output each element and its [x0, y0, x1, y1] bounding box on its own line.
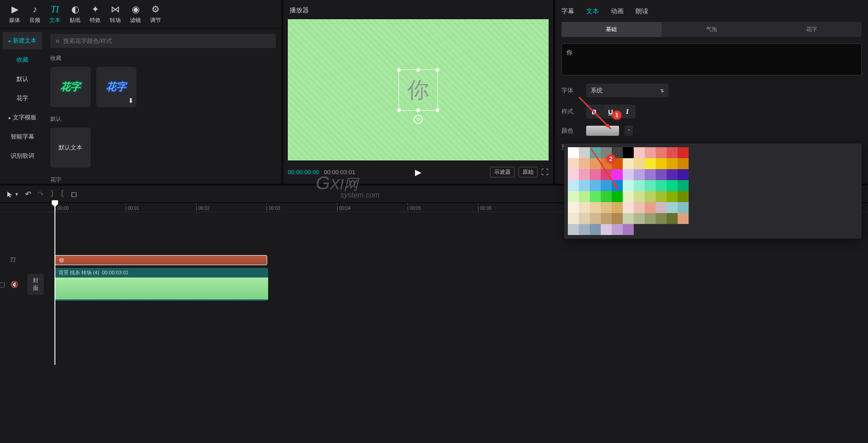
palette-color[interactable] — [645, 191, 656, 202]
tab-adjust[interactable]: ⚙调节 — [150, 4, 161, 24]
palette-color[interactable] — [623, 202, 634, 213]
palette-color[interactable] — [656, 147, 667, 158]
palette-color[interactable] — [590, 191, 601, 202]
palette-color[interactable] — [568, 191, 579, 202]
palette-color[interactable] — [568, 180, 579, 191]
palette-color[interactable] — [568, 147, 579, 158]
insp-tab-animation[interactable]: 动画 — [611, 7, 624, 16]
tab-media[interactable]: ▶媒体 — [9, 4, 20, 24]
palette-color[interactable] — [656, 191, 667, 202]
palette-color[interactable] — [634, 169, 645, 180]
resize-handle-tr[interactable] — [436, 68, 439, 72]
palette-color[interactable] — [579, 224, 590, 235]
palette-color[interactable] — [656, 180, 667, 191]
palette-color[interactable] — [568, 169, 579, 180]
rotate-handle[interactable]: ⟲ — [414, 115, 423, 124]
palette-color[interactable] — [601, 180, 612, 191]
undo-button[interactable]: ↶ — [25, 190, 31, 198]
palette-color[interactable] — [601, 202, 612, 213]
sidebar-item-smart-subtitle[interactable]: 智能字幕 — [3, 128, 42, 145]
palette-color[interactable] — [612, 213, 623, 224]
insp-tab-read[interactable]: 朗读 — [636, 7, 648, 16]
palette-color[interactable] — [623, 180, 634, 191]
palette-color[interactable] — [568, 202, 579, 213]
palette-color[interactable] — [579, 147, 590, 158]
text-input[interactable]: 你 — [561, 43, 862, 75]
tab-sticker[interactable]: ◐贴纸 — [70, 4, 81, 24]
palette-color[interactable] — [623, 147, 634, 158]
palette-color[interactable] — [678, 213, 689, 224]
sidebar-item-default[interactable]: 默认 — [3, 70, 42, 88]
play-button[interactable]: ▶ — [415, 167, 421, 177]
palette-color[interactable] — [601, 169, 612, 180]
italic-button[interactable]: I — [619, 105, 636, 118]
palette-color[interactable] — [656, 202, 667, 213]
palette-color[interactable] — [645, 158, 656, 169]
palette-color[interactable] — [579, 169, 590, 180]
palette-color[interactable] — [623, 191, 634, 202]
palette-color[interactable] — [623, 169, 634, 180]
tab-effects[interactable]: ✦特效 — [90, 4, 101, 24]
palette-color[interactable] — [656, 169, 667, 180]
split-button[interactable]: 〕〔 — [50, 189, 65, 199]
palette-color[interactable] — [579, 180, 590, 191]
sidebar-new-text[interactable]: ▸新建文本 — [3, 32, 42, 49]
thumb-default-text[interactable]: 默认文本 — [50, 128, 91, 168]
search-box[interactable]: ○ — [50, 34, 276, 48]
fullscreen-button[interactable]: ⛶ — [541, 168, 549, 176]
palette-color[interactable] — [634, 191, 645, 202]
palette-color[interactable] — [579, 213, 590, 224]
subtab-huazi[interactable]: 花字 — [761, 22, 862, 37]
oscilloscope-button[interactable]: 示波器 — [490, 167, 515, 177]
palette-color[interactable] — [612, 169, 623, 180]
textbox-selection[interactable]: 你 ⟲ — [399, 69, 438, 111]
palette-color[interactable] — [634, 213, 645, 224]
palette-color[interactable] — [590, 158, 601, 169]
palette-color[interactable] — [667, 213, 678, 224]
palette-color[interactable] — [612, 202, 623, 213]
palette-color[interactable] — [579, 202, 590, 213]
palette-color[interactable] — [667, 191, 678, 202]
subtab-basic[interactable]: 基础 — [561, 22, 662, 37]
palette-color[interactable] — [667, 147, 678, 158]
palette-color[interactable] — [678, 158, 689, 169]
palette-color[interactable] — [678, 180, 689, 191]
palette-color[interactable] — [678, 191, 689, 202]
thumb-huazi-1[interactable]: 花字 — [50, 67, 91, 107]
palette-color[interactable] — [601, 191, 612, 202]
palette-color[interactable] — [645, 169, 656, 180]
palette-color[interactable] — [667, 180, 678, 191]
palette-color[interactable] — [645, 180, 656, 191]
palette-color[interactable] — [678, 202, 689, 213]
palette-color[interactable] — [601, 224, 612, 235]
palette-color[interactable] — [645, 202, 656, 213]
sidebar-item-favorites[interactable]: 收藏 — [3, 51, 42, 69]
palette-color[interactable] — [590, 202, 601, 213]
palette-color[interactable] — [623, 158, 634, 169]
palette-color[interactable] — [667, 202, 678, 213]
color-swatch[interactable] — [586, 126, 619, 136]
preview-canvas[interactable]: 你 ⟲ — [288, 19, 549, 160]
tab-filter[interactable]: ◉滤镜 — [130, 4, 141, 24]
insp-tab-text[interactable]: 文本 — [586, 7, 599, 16]
palette-color[interactable] — [645, 147, 656, 158]
palette-color[interactable] — [612, 191, 623, 202]
playhead[interactable] — [54, 200, 55, 365]
resize-handle-br[interactable] — [436, 108, 439, 112]
palette-color[interactable] — [656, 213, 667, 224]
palette-color[interactable] — [634, 202, 645, 213]
palette-color[interactable] — [590, 169, 601, 180]
palette-color[interactable] — [579, 191, 590, 202]
palette-color[interactable] — [656, 158, 667, 169]
palette-color[interactable] — [634, 180, 645, 191]
palette-color[interactable] — [623, 213, 634, 224]
palette-color[interactable] — [590, 213, 601, 224]
resize-handle-bl[interactable] — [397, 108, 401, 112]
palette-color[interactable] — [568, 213, 579, 224]
crop-button[interactable]: ◻ — [71, 190, 77, 198]
cover-button[interactable]: 封面 — [27, 274, 44, 295]
palette-color[interactable] — [590, 180, 601, 191]
video-clip[interactable]: 背景 线条 转场 (4) 00:00:03:01 — [55, 268, 268, 301]
sidebar-item-huazi[interactable]: 花字 — [3, 90, 42, 107]
palette-color[interactable] — [623, 224, 634, 235]
